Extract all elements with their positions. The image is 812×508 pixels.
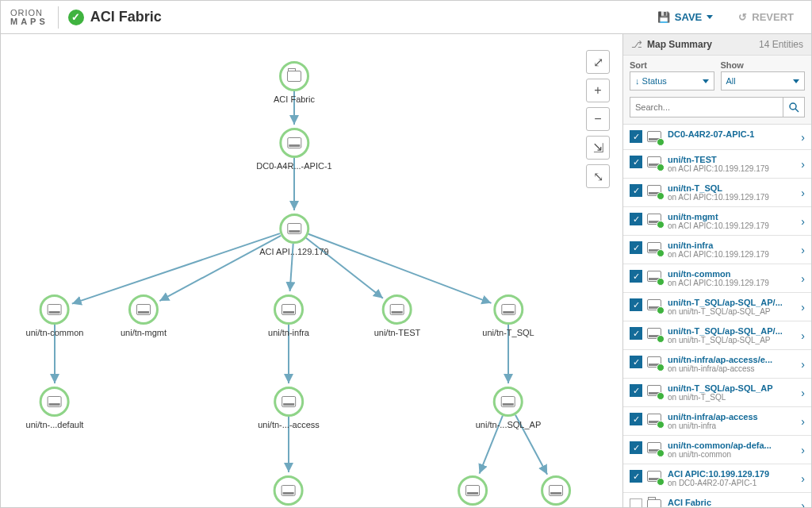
zoom-out-button[interactable]: − [586, 107, 610, 131]
entity-row[interactable]: ✓ uni/tn-T_SQL on ACI APIC:10.199.129.17… [623, 179, 811, 207]
brand-logo: ORION MAPS [10, 9, 48, 26]
revert-button[interactable]: ↺ REVERT [730, 6, 802, 28]
chevron-right-icon[interactable]: › [801, 329, 805, 342]
search-input[interactable] [630, 97, 783, 117]
chevron-right-icon[interactable]: › [801, 472, 805, 485]
device-icon [501, 304, 515, 315]
map-node[interactable]: uni/tn-...-access [258, 387, 320, 429]
map-node[interactable]: uni/tn-TEST [374, 294, 421, 337]
map-node[interactable]: ACI API...129.179 [259, 214, 328, 256]
entity-row[interactable]: ✓ uni/tn-TEST on ACI APIC:10.199.129.179… [623, 150, 811, 179]
status-dot [657, 138, 665, 146]
map-node[interactable]: uni/tn-...SQL_AP [476, 387, 542, 429]
map-node[interactable]: uni/tn-...default [260, 475, 318, 507]
map-node[interactable]: uni/tn-..._G1_EPG [437, 475, 508, 507]
entity-row[interactable]: ✓ uni/tn-infra/ap-access/e... on uni/tn-… [623, 350, 811, 379]
show-dropdown[interactable]: All [721, 71, 806, 90]
entity-icon-wrap [647, 213, 663, 227]
device-icon [501, 396, 515, 407]
entity-row[interactable]: ✓ uni/tn-infra/ap-access on uni/tn-infra… [623, 407, 811, 436]
entity-subtext: on uni/tn-infra [668, 421, 796, 430]
entity-name[interactable]: uni/tn-TEST [668, 155, 796, 164]
entity-name[interactable]: uni/tn-infra/ap-access [668, 412, 796, 421]
entity-name[interactable]: ACI Fabric [668, 498, 796, 507]
entity-checkbox[interactable]: ✓ [630, 441, 642, 454]
entity-icon-wrap [647, 498, 663, 507]
entity-row[interactable]: ✓ uni/tn-common/ap-defa... on uni/tn-com… [623, 436, 811, 464]
node-label: uni/tn-...SQL_AP [476, 420, 542, 429]
chevron-right-icon[interactable]: › [801, 444, 805, 456]
chevron-right-icon[interactable]: › [801, 131, 805, 144]
canvas[interactable]: ACI FabricDC0-A4R...-APIC-1ACI API...129… [1, 34, 622, 507]
map-node[interactable]: uni/tn-mgmt [121, 294, 167, 337]
entity-name[interactable]: uni/tn-T_SQL [668, 183, 796, 193]
entity-row[interactable]: ✓ uni/tn-mgmt on ACI APIC:10.199.129.179… [623, 207, 811, 236]
entity-name[interactable]: uni/tn-T_SQL/ap-SQL_AP [668, 383, 796, 393]
map-node[interactable]: DC0-A4R...-APIC-1 [256, 128, 331, 171]
entity-row[interactable]: ✓ uni/tn-T_SQL/ap-SQL_AP on uni/tn-T_SQL… [623, 379, 811, 407]
entity-subtext: on uni/tn-T_SQL/ap-SQL_AP [668, 307, 796, 316]
chevron-right-icon[interactable]: › [801, 358, 805, 371]
entity-checkbox[interactable]: ✓ [630, 213, 642, 225]
entity-name[interactable]: uni/tn-mgmt [668, 212, 796, 221]
entity-name[interactable]: uni/tn-common/ap-defa... [668, 441, 796, 450]
entity-row[interactable]: ✓ DC0-A4R2-07-APIC-1 › [623, 125, 811, 150]
chevron-right-icon[interactable]: › [801, 499, 805, 508]
entity-checkbox[interactable]: ✓ [630, 184, 642, 197]
fit-button[interactable]: ⇲ [586, 136, 610, 160]
entity-row[interactable]: ✓ ACI Fabric › [623, 493, 811, 507]
entity-checkbox[interactable]: ✓ [630, 498, 642, 507]
node-label: uni/tn-common [26, 328, 84, 337]
entity-row[interactable]: ✓ uni/tn-T_SQL/ap-SQL_AP/... on uni/tn-T… [623, 321, 811, 350]
entity-checkbox[interactable]: ✓ [630, 298, 642, 311]
search-button[interactable] [783, 97, 805, 117]
entity-name[interactable]: uni/tn-T_SQL/ap-SQL_AP/... [668, 326, 796, 336]
chevron-right-icon[interactable]: › [801, 272, 805, 285]
chevron-right-icon[interactable]: › [801, 187, 805, 199]
entity-icon-wrap [647, 384, 663, 398]
entity-name[interactable]: DC0-A4R2-07-APIC-1 [668, 129, 796, 139]
entity-checkbox[interactable]: ✓ [630, 356, 642, 368]
entity-checkbox[interactable]: ✓ [630, 270, 642, 283]
save-button[interactable]: 💾 SAVE [649, 6, 721, 28]
entity-row[interactable]: ✓ ACI APIC:10.199.129.179 on DC0-A4R2-07… [623, 464, 811, 493]
chevron-right-icon[interactable]: › [801, 215, 805, 228]
entity-name[interactable]: uni/tn-common [668, 269, 796, 279]
entity-checkbox[interactable]: ✓ [630, 130, 642, 143]
chevron-right-icon[interactable]: › [801, 301, 805, 314]
chevron-right-icon[interactable]: › [801, 158, 805, 171]
map-node[interactable]: uni/tn-T_SQL [482, 294, 534, 337]
entity-name[interactable]: uni/tn-infra/ap-access/e... [668, 355, 796, 364]
chevron-right-icon[interactable]: › [801, 244, 805, 256]
fullscreen-button[interactable]: ⤡ [586, 164, 610, 188]
entity-checkbox[interactable]: ✓ [630, 413, 642, 425]
node-circle [493, 387, 523, 417]
chevron-right-icon[interactable]: › [801, 387, 805, 399]
entity-icon-wrap [647, 298, 663, 313]
entity-name[interactable]: uni/tn-infra [668, 241, 796, 250]
entity-checkbox[interactable]: ✓ [630, 470, 642, 483]
entity-row[interactable]: ✓ uni/tn-T_SQL/ap-SQL_AP/... on uni/tn-T… [623, 293, 811, 321]
entity-checkbox[interactable]: ✓ [630, 384, 642, 397]
entity-checkbox[interactable]: ✓ [630, 327, 642, 340]
device-icon [136, 304, 151, 315]
entity-checkbox[interactable]: ✓ [630, 241, 642, 254]
map-node[interactable]: ACI Fabric [274, 61, 315, 104]
map-node[interactable]: uni/tn-infra [268, 294, 309, 337]
entity-list[interactable]: ✓ DC0-A4R2-07-APIC-1 › ✓ uni/tn-TEST on … [623, 125, 811, 507]
entity-name[interactable]: uni/tn-T_SQL/ap-SQL_AP/... [668, 298, 796, 307]
sort-dropdown[interactable]: ↓ Status [630, 71, 714, 90]
entity-row[interactable]: ✓ uni/tn-common on ACI APIC:10.199.129.1… [623, 264, 811, 293]
zoom-in-button[interactable]: + [586, 79, 610, 102]
chevron-right-icon[interactable]: › [801, 415, 805, 428]
entity-name[interactable]: ACI APIC:10.199.129.179 [668, 469, 796, 479]
status-dot [657, 164, 665, 171]
map-node[interactable]: uni/tn-common [26, 294, 84, 337]
node-label: uni/tn-...-access [258, 420, 320, 429]
layout-tool[interactable]: ⤢ [586, 50, 610, 74]
map-node[interactable]: uni/tn-..._G2_EPG [520, 475, 592, 507]
entity-row[interactable]: ✓ uni/tn-infra on ACI APIC:10.199.129.17… [623, 236, 811, 264]
entity-checkbox[interactable]: ✓ [630, 156, 642, 168]
node-label: ACI API...129.179 [259, 247, 328, 256]
map-node[interactable]: uni/tn-...default [26, 387, 84, 429]
